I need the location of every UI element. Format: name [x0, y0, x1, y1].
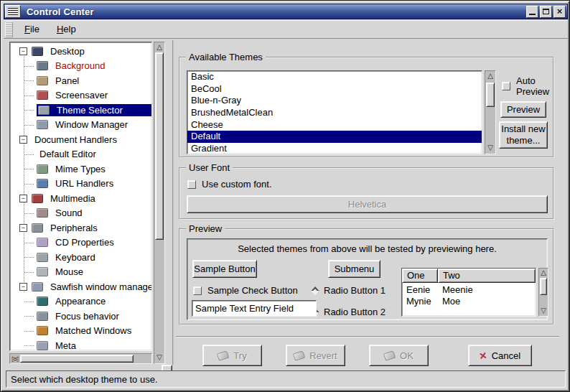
tree-item-document-handlers[interactable]: −Document Handlers [10, 132, 151, 147]
scroll-up-icon[interactable]: △ [539, 269, 548, 278]
auto-preview-checkbox[interactable]: Auto Preview [502, 75, 553, 97]
cancel-button-label: Cancel [492, 350, 520, 361]
sample-table-cell: Mynie [402, 296, 438, 307]
tree-item-default-editor[interactable]: Default Editor [10, 147, 151, 162]
radio-button-1[interactable]: Radio Button 1 [312, 285, 386, 296]
theme-list-scrollbar[interactable]: △ ▽ [485, 70, 496, 154]
menu-help[interactable]: Help [48, 22, 85, 37]
tree-item-label: Meta [52, 340, 79, 351]
radio-button-2-label: Radio Button 2 [324, 307, 386, 317]
expander-icon[interactable]: − [19, 136, 27, 144]
scroll-up-icon[interactable]: △ [485, 72, 495, 81]
expander-icon[interactable]: − [19, 283, 27, 291]
tree-item-panel[interactable]: Panel [10, 73, 151, 88]
menu-file[interactable]: File [16, 22, 48, 37]
close-button[interactable]: × [553, 6, 566, 18]
sample-table-slider[interactable] [540, 278, 547, 295]
preview-button-label: Preview [507, 104, 540, 115]
scroll-down-icon[interactable]: ▽ [485, 144, 495, 153]
tree-item-label: Background [52, 60, 108, 72]
expander-icon[interactable]: − [19, 224, 27, 232]
theme-list: BasicBeCoolBlue-n-GrayBrushedMetalCleanC… [187, 70, 482, 154]
maximize-button[interactable] [540, 6, 552, 18]
sample-table-header-two[interactable]: Two [438, 269, 536, 283]
theme-item-becool[interactable]: BeCool [187, 83, 482, 95]
window-title: Control Center [27, 6, 94, 17]
tree-hscroll-slider[interactable] [20, 355, 134, 363]
tree-item-sawfish-window-manager[interactable]: −Sawfish window manager [10, 279, 151, 294]
mouse-icon [37, 267, 48, 276]
expander-icon[interactable]: − [19, 47, 27, 55]
radio-icon[interactable] [311, 286, 319, 294]
tree-item-focus-behavior[interactable]: Focus behavior [10, 309, 151, 324]
tree-vscroll-slider[interactable] [155, 52, 164, 240]
scroll-right-icon[interactable]: ▷ [10, 354, 19, 363]
maximize-icon [543, 9, 549, 14]
sawfish-icon [32, 282, 43, 291]
expander-icon[interactable]: − [19, 195, 27, 202]
tree-vertical-scrollbar[interactable]: △ ▽ [154, 42, 165, 364]
tree-item-sound[interactable]: Sound [10, 206, 151, 221]
sample-table-scrollbar[interactable]: △ ▽ [538, 268, 548, 317]
tree-item-peripherals[interactable]: −Peripherals [10, 220, 151, 235]
checkbox-icon[interactable] [187, 180, 196, 189]
tree-item-keyboard[interactable]: Keyboard [10, 250, 151, 265]
use-custom-font-checkbox[interactable]: Use custom font. [187, 179, 272, 190]
sample-table-row[interactable]: EenieMeenie [402, 284, 536, 296]
tree-item-label: Window Manager [52, 118, 131, 131]
checkbox-icon[interactable] [502, 82, 510, 90]
tree-item-label: Desktop [47, 45, 88, 57]
tree-item-cd-properties[interactable]: CD Properties [10, 235, 151, 251]
theme-list-slider[interactable] [486, 83, 495, 107]
install-new-theme-button[interactable]: Install new theme... [499, 121, 548, 149]
scroll-down-icon[interactable]: ▽ [154, 353, 164, 363]
submenu-button[interactable]: Submenu [328, 260, 380, 278]
tree-item-url-handlers[interactable]: URL Handlers [10, 177, 151, 192]
tree-item-mime-types[interactable]: Mime Types [10, 162, 151, 177]
scroll-up-icon[interactable]: △ [154, 43, 164, 52]
statusbar: Select which desktop theme to use. [6, 370, 566, 388]
tree-item-multimedia[interactable]: −Multimedia [10, 191, 151, 206]
theme-item-blue-n-gray[interactable]: Blue-n-Gray [187, 95, 482, 107]
tree-item-meta[interactable]: Meta [10, 338, 151, 351]
tree-item-screensaver[interactable]: Screensaver [10, 88, 151, 103]
sample-text-entry[interactable] [192, 300, 317, 317]
minimize-button[interactable] [526, 6, 538, 18]
radio-button-2[interactable]: Radio Button 2 [312, 307, 386, 317]
tree-item-label: Multimedia [47, 192, 98, 205]
tree-item-label: Matched Windows [52, 325, 134, 337]
theme-item-default[interactable]: Default [187, 131, 482, 143]
font-picker-button[interactable]: Helvetica [187, 195, 548, 213]
revert-button[interactable]: Revert [286, 345, 345, 366]
tree-item-appearance[interactable]: Appearance [10, 294, 151, 309]
menubar-drag-handle[interactable] [5, 22, 13, 37]
window-menu-button[interactable] [5, 5, 21, 18]
preview-frame: Preview Selected themes from above will … [179, 228, 554, 325]
theme-item-cheese[interactable]: Cheese [187, 119, 482, 131]
tree-item-matched-windows[interactable]: Matched Windows [10, 324, 151, 339]
checkbox-icon[interactable] [193, 286, 202, 295]
tree-item-mouse[interactable]: Mouse [10, 265, 151, 280]
preview-button[interactable]: Preview [500, 101, 546, 118]
cancel-button[interactable]: × Cancel [468, 345, 532, 366]
theme-selector-icon [38, 106, 50, 115]
tree-item-background[interactable]: Background [10, 59, 151, 74]
sample-check-button[interactable]: Sample Check Button [193, 285, 298, 296]
tree-item-window-manager[interactable]: Window Manager [10, 118, 151, 133]
tree-item-desktop[interactable]: −Desktop [10, 44, 151, 59]
cd-properties-icon [37, 238, 48, 247]
sample-button[interactable]: Sample Button [192, 260, 257, 278]
theme-item-basic[interactable]: Basic [187, 71, 482, 83]
try-button[interactable]: Try [202, 345, 262, 366]
theme-item-brushedmetalclean[interactable]: BrushedMetalClean [187, 107, 482, 119]
titlebar[interactable]: Control Center × [4, 4, 568, 19]
tree-horizontal-scrollbar[interactable]: ◁ ▷ [9, 353, 152, 364]
scroll-down-icon[interactable]: ▽ [539, 307, 548, 316]
tree-item-label: URL Handlers [52, 177, 116, 190]
tree-item-theme-selector[interactable]: Theme Selector [10, 103, 151, 118]
sample-table-row[interactable]: MynieMoe [402, 296, 536, 307]
ok-button[interactable]: OK [369, 345, 429, 366]
sample-table-header-one[interactable]: One [402, 269, 438, 283]
theme-item-gradient[interactable]: Gradient [187, 143, 482, 154]
tree-item-label: Peripherals [47, 222, 101, 234]
